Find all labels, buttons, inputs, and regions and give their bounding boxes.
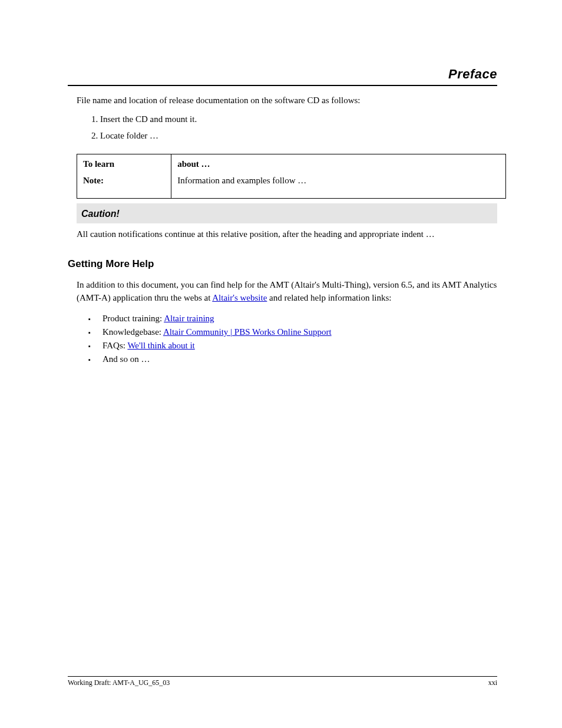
procedure-intro: File name and location of release docume…: [77, 94, 497, 107]
list-item: And so on …: [88, 353, 497, 366]
more-help-paragraph: In addition to this document, you can fi…: [77, 279, 497, 305]
table-note-label: Note:: [77, 171, 171, 198]
help-links-list: Product training: Altair training Knowle…: [88, 312, 497, 365]
page-header: Preface: [68, 65, 497, 86]
table-note-text: Information and examples follow …: [171, 171, 506, 198]
link-faqs[interactable]: We'll think about it: [127, 341, 194, 350]
table-header-row: To learn about …: [77, 154, 506, 171]
procedure-step: Insert the CD and mount it.: [100, 113, 497, 126]
para-text: and related help information links:: [267, 293, 391, 302]
table-header-col1: To learn: [77, 154, 171, 171]
link-training[interactable]: Altair training: [164, 314, 214, 323]
page-footer: Working Draft: AMT-A_UG_65_03 xxi: [68, 676, 497, 688]
bullet-prefix: Product training:: [103, 314, 164, 323]
list-item: Product training: Altair training: [88, 312, 497, 325]
link-knowledgebase[interactable]: Altair Community | PBS Works Online Supp…: [163, 327, 332, 337]
footer-page-number: xxi: [488, 678, 497, 688]
main-content: File name and location of release docume…: [68, 94, 497, 371]
footer-left: Working Draft: AMT-A_UG_65_03: [68, 678, 170, 688]
procedure-step: Locate folder …: [100, 130, 497, 143]
list-item: Knowledgebase: Altair Community | PBS Wo…: [88, 326, 497, 339]
page-header-title: Preface: [448, 67, 497, 81]
link-altair-website[interactable]: Altair's website: [212, 293, 267, 302]
bullet-prefix: FAQs:: [103, 341, 127, 350]
caution-text: All caution notifications continue at th…: [77, 228, 497, 241]
info-table: To learn about … Note: Information and e…: [77, 154, 506, 199]
list-item: FAQs: We'll think about it: [88, 340, 497, 353]
caution-label: Caution!: [81, 209, 120, 219]
caution-heading-bar: Caution!: [77, 203, 497, 223]
bullet-prefix: Knowledgebase:: [103, 327, 163, 337]
procedure-list: Insert the CD and mount it. Locate folde…: [100, 113, 497, 143]
bullet-prefix: And so on …: [103, 354, 150, 364]
section-heading-more-help: Getting More Help: [68, 257, 497, 272]
table-row: Note: Information and examples follow …: [77, 171, 506, 198]
table-header-col2: about …: [171, 154, 506, 171]
